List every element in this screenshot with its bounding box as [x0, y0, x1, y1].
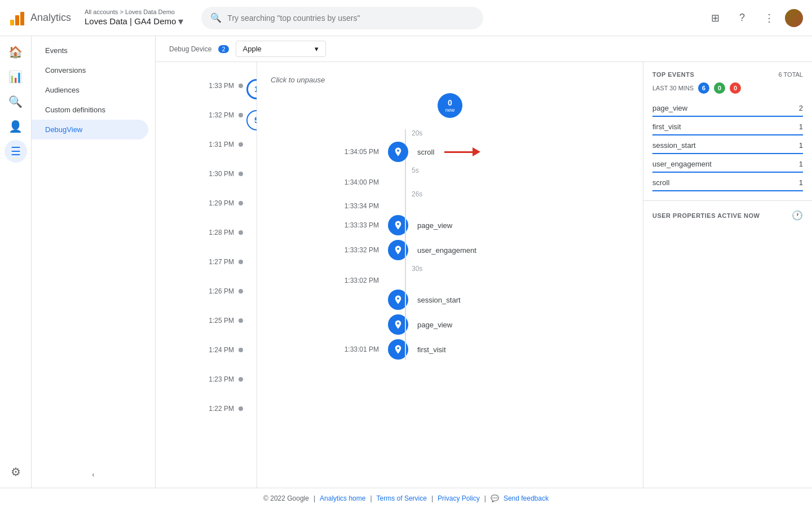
event-time-page-view-1: 1:33:33 PM — [315, 221, 388, 229]
badge-red-circle: 0 — [730, 82, 741, 94]
help-icon-button[interactable]: ? — [731, 7, 753, 29]
time-dot — [239, 289, 243, 294]
sidebar-item-settings[interactable]: ⚙ — [5, 461, 27, 483]
gap-5s: 5s — [315, 167, 585, 174]
privacy-policy-link[interactable]: Privacy Policy — [438, 494, 480, 502]
sidebar-item-home[interactable]: 🏠 — [5, 41, 27, 63]
analytics-logo-icon — [9, 10, 26, 27]
event-name-scroll: scroll — [652, 178, 669, 187]
analytics-home-link[interactable]: Analytics home — [320, 494, 365, 502]
badge-blue: 6 — [698, 82, 709, 94]
user-properties-section: USER PROPERTIES ACTIVE NOW 🕐 — [643, 201, 812, 230]
top-events-badges: LAST 30 MINS 6 0 0 — [652, 82, 803, 94]
search-icon: 🔍 — [210, 12, 222, 23]
debug-bar: Debug Device 2 Apple ▾ — [156, 36, 812, 62]
terms-of-service-link[interactable]: Terms of Service — [377, 494, 427, 502]
gap-30s: 30s — [315, 265, 585, 273]
feedback-icon: 💬 — [491, 494, 499, 502]
sidebar-item-reports[interactable]: 📊 — [5, 65, 27, 88]
time-row-122: 1:22 PM — [156, 394, 248, 423]
event-row-session-start: session_start — [315, 290, 585, 310]
event-name-first-visit: first_visit — [652, 122, 681, 131]
time-row-124: 1:24 PM — [156, 335, 248, 365]
time-label: 1:29 PM — [209, 199, 234, 207]
event-list-session-start[interactable]: session_start 1 — [652, 138, 803, 154]
more-options-button[interactable]: ⋮ — [758, 7, 780, 29]
event-timeline-container: 20s 1:34:05 PM scroll — [315, 129, 585, 360]
time-dot — [239, 113, 243, 117]
nav-item-custom-definitions[interactable]: Custom definitions — [32, 100, 148, 120]
event-count-user-engagement: 1 — [799, 160, 803, 168]
event-list-user-engagement[interactable]: user_engagement 1 — [652, 156, 803, 173]
history-icon[interactable]: 🕐 — [792, 210, 804, 221]
nav-item-audiences[interactable]: Audiences — [32, 80, 148, 100]
new-event-bubble-container: 0 new — [257, 93, 643, 118]
search-bar[interactable]: 🔍 — [201, 7, 483, 29]
timeline-area: 1 5 1:33 PM 1:32 PM 1:31 PM — [156, 62, 812, 488]
icon-sidebar: 🏠 📊 🔍 👤 ☰ ⚙ — [0, 36, 32, 488]
event-list-first-visit[interactable]: first_visit 1 — [652, 119, 803, 135]
nav-item-debugview[interactable]: DebugView — [32, 120, 148, 139]
time-dot — [239, 377, 243, 382]
time-row-130: 1:30 PM — [156, 159, 248, 189]
grid-icon-button[interactable]: ⊞ — [704, 7, 726, 29]
event-bubble-scroll[interactable] — [388, 142, 408, 162]
new-count: 0 — [448, 98, 452, 107]
svg-rect-2 — [20, 12, 24, 25]
time-dot — [239, 201, 243, 205]
gap-20s: 20s — [315, 129, 585, 137]
time-row-132: 1:32 PM — [156, 100, 248, 130]
badge-blue-circle: 6 — [698, 82, 709, 94]
device-selector[interactable]: Apple ▾ — [236, 41, 326, 57]
left-nav: Events Conversions Audiences Custom defi… — [32, 36, 156, 488]
send-feedback-link[interactable]: Send feedback — [504, 494, 549, 502]
time-label: 1:27 PM — [209, 258, 234, 266]
search-input[interactable] — [227, 14, 474, 23]
time-label: 1:25 PM — [209, 317, 234, 325]
event-row-page-view-1: 1:33:33 PM page_view — [315, 215, 585, 235]
sidebar-item-advertising[interactable]: 👤 — [5, 115, 27, 138]
arrow-tail — [444, 151, 473, 153]
sidebar-item-configure[interactable]: ☰ — [5, 140, 27, 163]
time-stamp-133302: 1:33:02 PM — [315, 277, 388, 284]
sidebar-item-explore[interactable]: 🔍 — [5, 90, 27, 113]
collapse-sidebar-button[interactable]: ‹ — [32, 466, 155, 483]
time-dot — [239, 318, 243, 323]
event-list-page-view[interactable]: page_view 2 — [652, 100, 803, 117]
top-events-title: TOP EVENTS — [652, 71, 694, 78]
timeline-main: Click to unpause 0 new 20s — [257, 62, 643, 488]
timeline-minutes: 1:33 PM 1:32 PM 1:31 PM 1:30 PM — [156, 71, 257, 423]
event-row-first-visit: 1:33:01 PM first_visit — [315, 339, 585, 360]
time-dot — [239, 406, 243, 411]
account-title-dropdown[interactable]: Loves Data | GA4 Demo ▾ — [85, 15, 183, 28]
gap-label-20s: 20s — [412, 129, 422, 137]
nav-item-conversions[interactable]: Conversions — [32, 60, 148, 80]
nav-logo[interactable]: Analytics — [9, 10, 71, 27]
footer: © 2022 Google | Analytics home | Terms o… — [0, 488, 812, 508]
time-label: 1:23 PM — [209, 375, 234, 383]
time-row-133: 1:33 PM — [156, 71, 248, 100]
time-row-125: 1:25 PM — [156, 306, 248, 335]
click-unpause-text[interactable]: Click to unpause — [257, 71, 643, 93]
collapse-icon: ‹ — [92, 470, 94, 479]
last-30-mins-label: LAST 30 MINS — [652, 85, 694, 91]
event-name-user-engagement: user_engagement — [652, 160, 712, 168]
event-label-first-visit: first_visit — [417, 345, 446, 354]
new-event-bubble: 0 new — [438, 93, 462, 118]
time-dot — [239, 230, 243, 235]
event-list-scroll[interactable]: scroll 1 — [652, 175, 803, 191]
event-name-session-start: session_start — [652, 141, 696, 150]
timeline-vertical-line — [405, 129, 406, 360]
nav-item-events[interactable]: Events — [32, 41, 148, 60]
event-label-scroll: scroll — [417, 148, 434, 156]
event-label-session-start: session_start — [417, 296, 461, 304]
debug-device-label: Debug Device — [169, 45, 211, 53]
time-row-126: 1:26 PM — [156, 277, 248, 306]
user-avatar[interactable] — [785, 9, 803, 27]
event-label-page-view-1: page_view — [417, 221, 452, 230]
time-label: 1:33 PM — [209, 82, 234, 90]
time-label: 1:22 PM — [209, 405, 234, 413]
time-label: 1:32 PM — [209, 111, 234, 119]
time-row-129: 1:29 PM — [156, 189, 248, 218]
time-dot — [239, 348, 243, 352]
